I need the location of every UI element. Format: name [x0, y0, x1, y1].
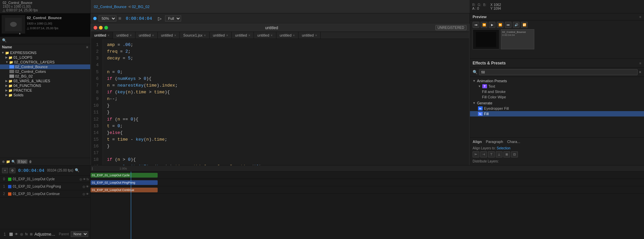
top-bar-right-info: R: G: B: A : 0 X 1062 Y 1094 [470, 0, 644, 13]
code-body[interactable]: 1234 5678 9101112 13141516 17181920 2122… [91, 39, 469, 165]
tab-untitled-3[interactable]: untitled × [136, 32, 158, 39]
preview-menu-icon: ≡ [639, 15, 641, 19]
bottom-layer-name: Adjustment Layer 1 [35, 232, 57, 237]
generate-header[interactable]: ▼ Generate [470, 100, 644, 106]
audio-btn[interactable]: 🔊 [513, 22, 520, 28]
tree-label-expressions: EXPRESSIONS [10, 51, 37, 55]
step-forward-btn[interactable]: ⏩ [497, 22, 503, 28]
parent-select[interactable]: None [71, 231, 88, 237]
tree-item-02bg02[interactable]: 02_BG_02 [0, 74, 90, 79]
playhead[interactable] [131, 172, 131, 239]
fx-item-text-folder[interactable]: ▼ T Text [470, 84, 644, 89]
ruler-mark-1s: 1:00s [119, 167, 127, 170]
align-left-btn[interactable]: ⊢ [473, 151, 479, 157]
tab-untitled-2[interactable]: untitled × [113, 32, 135, 39]
tree-item-04functions[interactable]: ▶ 📁 04_FUNCTIONS [0, 83, 90, 88]
code-content[interactable]: amp = .06; freq = 2; decay = 5; n = 0; i… [103, 39, 469, 165]
tab-untitled-6[interactable]: untitled × [232, 32, 254, 39]
timeline-add-btn[interactable]: + [2, 168, 8, 173]
r-label: R: [472, 3, 476, 7]
tree-label-02controlcolors: 02_Control_Colors [15, 69, 46, 74]
breadcrumb-layer[interactable]: 02_BG_02 [132, 5, 150, 9]
tree-item-expressions[interactable]: ▼ 📁 EXPRESSIONS [0, 50, 90, 55]
tl-row-01exppingpong[interactable]: 1 01_EXP_02_LoopOut PingPong ◎ 👁 [0, 183, 90, 190]
tab-untitled-1[interactable]: untitled × [91, 32, 113, 39]
tab-close-2[interactable]: × [130, 34, 132, 37]
layer-color-1 [8, 185, 11, 188]
tree-item-03vars[interactable]: ▶ 📁 03_VARS_&_VALUES [0, 79, 90, 83]
timecode-info: △ 0:00:07:14, 25,00 fps [3, 8, 38, 12]
tab-close-7[interactable]: × [271, 34, 273, 37]
resolution-select[interactable]: Full [165, 15, 181, 21]
tab-close-5[interactable]: × [226, 34, 228, 37]
skip-forward-btn[interactable]: ⏭ [505, 22, 512, 28]
timeline-bar-loop[interactable]: 01_EXP_01_LoopOut Cycle [91, 173, 158, 178]
timeline-bar-pingpong[interactable]: 01_EXP_02_LoopOut PingPong [91, 180, 158, 185]
tab-close-9[interactable]: × [315, 34, 317, 37]
fx-item-fill-color-wipe[interactable]: Fill Color Wipe [470, 94, 644, 100]
align-right-btn[interactable]: ⊤ [488, 151, 495, 157]
play-pause-btn[interactable]: ▶ [489, 22, 495, 28]
timeline-bottom-controls: 1 👁 ◎ fx ⊞ Adjustment Layer 1 Parent Non… [0, 229, 90, 239]
comp-indicator [93, 17, 97, 20]
tl-row-01exploop[interactable]: 0 01_EXP_01_LoopOut Cycle ◎ 👁 fx [0, 176, 90, 183]
effects-search-clear[interactable]: × [639, 70, 641, 75]
align-top-btn[interactable]: ⊥ [496, 151, 502, 157]
close-button[interactable] [94, 26, 97, 30]
skip-back-btn[interactable]: ⏮ [473, 22, 479, 28]
layer-color-0 [8, 178, 11, 181]
tab-untitled-5[interactable]: untitled × [210, 32, 232, 39]
tab-close-6[interactable]: × [248, 34, 250, 37]
tab-untitled-7[interactable]: untitled × [254, 32, 276, 39]
tl-row-01expcontinue[interactable]: 2 01_EXP_03_LoopOut Continue ◎ 👁 [0, 190, 90, 198]
distribute-label: Distribute Layers: [473, 159, 520, 163]
tab-untitled-8[interactable]: untitled × [276, 32, 299, 39]
zoom-select[interactable]: 50% [99, 15, 116, 21]
tab-source1jsx[interactable]: Source1.jsx × [180, 32, 209, 39]
trash-icon[interactable]: 🗑 [29, 160, 32, 163]
fx-item-fill-stroke[interactable]: Fill and Stroke [470, 89, 644, 94]
project-search-bar[interactable]: 🔍 [0, 37, 90, 44]
tab-close-source1[interactable]: × [204, 34, 206, 37]
folder-btn[interactable]: 📁 [6, 160, 10, 163]
tab-untitled-4[interactable]: untitled × [158, 32, 180, 39]
project-search-input[interactable] [8, 39, 88, 43]
ruler-mark-start: | [92, 167, 93, 170]
tree-item-02controllayers[interactable]: ▼ 📁 02_CONTROL_LAYERS [0, 60, 90, 64]
add-item-btn[interactable]: ⊕ [2, 160, 5, 163]
timeline-bar-continue[interactable]: 01_EXP_03_LoopOut Continue [91, 188, 158, 192]
tab-untitled-9[interactable]: untitled × [299, 32, 321, 39]
align-bottom-btn[interactable]: ⊡ [511, 151, 518, 157]
tree-item-01loops[interactable]: ▶ 📁 01_LOOPS [0, 55, 90, 60]
fx-item-eyedropper-fill[interactable]: fx Eyedropper Fill [470, 106, 644, 111]
tree-item-solids[interactable]: ▶ 📁 Solids [0, 93, 90, 97]
text-folder-icon: T [482, 84, 487, 88]
animation-presets-header[interactable]: ▼ Animation Presets [470, 78, 644, 84]
tab-close-3[interactable]: × [152, 34, 154, 37]
maximize-button[interactable] [104, 26, 108, 30]
align-center-v-btn[interactable]: ⊞ [503, 151, 510, 157]
tree-item-practice[interactable]: ▶ 📁 PRACTICE [0, 88, 90, 93]
tab-close-1[interactable]: × [107, 34, 109, 37]
folder-icon-02controllayers: 📁 [9, 60, 13, 64]
align-center-h-btn[interactable]: ⊣ [480, 151, 487, 157]
tab-close-4[interactable]: × [174, 34, 176, 37]
timeline-settings-btn[interactable]: ⚙ [9, 168, 15, 173]
minimize-button[interactable] [99, 26, 103, 30]
tab-close-8[interactable]: × [293, 34, 295, 37]
loop-btn[interactable]: 🔁 [521, 22, 528, 28]
fx-item-fill[interactable]: fx Fill [470, 111, 644, 116]
effects-search-bar[interactable]: 🔍 × [470, 68, 644, 77]
align-label: Align [473, 140, 482, 144]
expand-arrow-01loops: ▶ [5, 56, 8, 59]
breadcrumb-comp[interactable]: 02_Control_Bounce [94, 5, 126, 9]
line-numbers: 1234 5678 9101112 13141516 17181920 2122… [91, 39, 103, 165]
tree-item-02controlbounce[interactable]: 02_Control_Bounce [0, 64, 90, 69]
search-bottom-icon: 🔍 [11, 160, 15, 163]
effects-search-input[interactable] [479, 69, 638, 75]
step-back-btn[interactable]: ⏪ [481, 22, 487, 28]
tree-item-02controlcolors[interactable]: 02_Control_Colors [0, 69, 90, 74]
thumb-arrow: ▲ [18, 32, 21, 35]
folder-icon-expressions: 📁 [5, 51, 9, 55]
play-btn[interactable]: ▷ [158, 16, 162, 21]
